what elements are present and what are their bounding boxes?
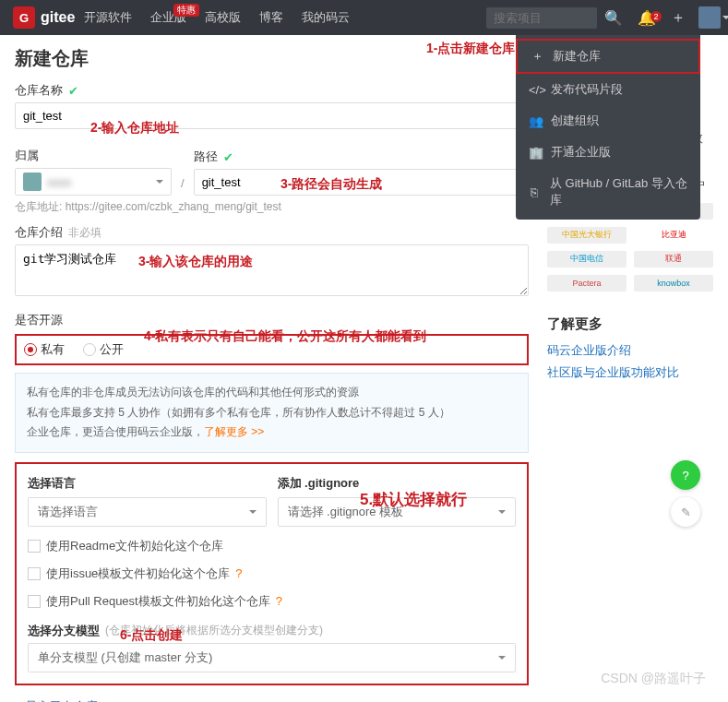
dropdown-snippet-label: 发布代码片段 [551,81,623,98]
repo-addr-value: https://gitee.com/czbk_zhang_meng/git_te… [66,200,281,213]
learn-more-link[interactable]: 了解更多 >> [204,425,264,438]
checkbox-issue[interactable] [28,567,41,580]
logo-telecom: 中国电信 [547,251,627,268]
radio-public[interactable]: 公开 [83,341,124,358]
side-link-intro[interactable]: 码云企业版介绍 [547,342,713,359]
branch-label: 选择分支模型 [28,623,100,639]
radio-off-icon [83,343,96,356]
code-icon: </> [529,83,542,97]
annotation-5: 4-私有表示只有自己能看，公开这所有人都能看到 [144,328,426,345]
chevron-down-icon [498,510,506,518]
plus-icon[interactable]: ＋ [663,8,693,28]
dropdown-enterprise[interactable]: 🏢开通企业版 [516,137,700,168]
checkbox-readme[interactable] [28,540,41,553]
gitee-logo-icon[interactable]: G [13,6,35,29]
chevron-down-icon [156,180,163,187]
side-more-title: 了解更多 [547,315,713,333]
info-line-1: 私有仓库的非仓库成员无法访问该仓库的代码和其他任何形式的资源 [27,383,517,403]
visibility-info: 私有仓库的非仓库成员无法访问该仓库的代码和其他任何形式的资源 私有仓库最多支持 … [15,373,529,453]
radio-private[interactable]: 私有 [24,341,65,358]
cb-readme-label: 使用Readme文件初始化这个仓库 [46,538,223,554]
dropdown-org[interactable]: 👥创建组织 [516,105,700,137]
radio-public-label: 公开 [100,341,124,358]
language-select[interactable]: 请选择语言 [28,497,267,527]
side-link-compare[interactable]: 社区版与企业版功能对比 [547,364,713,381]
cb-pr-label: 使用Pull Request模板文件初始化这个仓库 [46,593,270,610]
help-fab[interactable]: ? [671,460,700,490]
avatar[interactable] [698,6,721,29]
notification-icon[interactable]: 🔔2 [630,9,663,27]
chevron-down-icon [498,656,506,663]
check-icon: ✔ [68,84,78,98]
import-icon: ⎘ [529,185,541,199]
chevron-down-icon [249,510,257,518]
annotation-3: 3-路径会自动生成 [280,176,382,193]
owner-select[interactable]: xxxx [15,168,172,196]
owner-avatar-icon [23,173,42,191]
logo-unicom: 联通 [634,251,713,268]
radio-private-label: 私有 [41,341,65,358]
annotation-1: 1-点击新建仓库 [426,41,515,57]
top-nav: G gitee 开源软件 企业版 特惠 高校版 博客 我的码云 🔍 🔔2 ＋ [0,0,728,35]
watermark: CSDN @路遥叶子 [601,671,706,687]
nav-enterprise[interactable]: 企业版 特惠 [141,9,196,26]
dropdown-org-label: 创建组织 [551,113,599,129]
dropdown-new-repo[interactable]: ＋新建仓库 [516,39,700,74]
desc-optional: 非必填 [68,225,101,241]
building-icon: 🏢 [529,146,542,160]
logo-pactera: Pactera [547,275,627,292]
owner-label: 归属 [15,148,39,164]
import-existing-link[interactable]: ⎘导入已有仓库 [15,698,529,702]
plus-dropdown: ＋新建仓库 </>发布代码片段 👥创建组织 🏢开通企业版 ⎘从 GitHub /… [516,35,700,220]
notif-count: 2 [650,11,662,22]
lang-label: 选择语言 [28,475,267,492]
users-icon: 👥 [529,114,542,128]
check-icon: ✔ [223,150,233,164]
checkbox-pr[interactable] [28,595,41,608]
logo-byd: 比亚迪 [634,227,713,244]
branch-model-select[interactable]: 单分支模型 (只创建 master 分支) [28,643,516,672]
radio-on-icon [24,343,37,356]
info-line-2: 私有仓库最多支持 5 人协作（如拥有多个私有仓库，所有协作人数总计不得超过 5 … [27,403,517,423]
import-text: 导入已有仓库 [26,698,98,702]
logo-knowbox: knowbox [634,275,713,292]
branch-value: 单分支模型 (只创建 master 分支) [38,649,212,666]
nav-opensource[interactable]: 开源软件 [75,9,141,26]
nav-education[interactable]: 高校版 [196,9,250,26]
annotation-6: 5.默认选择就行 [360,489,467,510]
repo-addr-label: 仓库地址: [15,200,62,213]
brand-text: gitee [41,9,75,26]
path-separator: / [177,176,188,196]
cb-issue-label: 使用issue模板文件初始化这个仓库 [46,565,230,582]
plus-square-icon: ＋ [531,48,543,65]
annotation-2: 2-输入仓库地址 [90,120,179,137]
annotation-4: 3-输入该仓库的用途 [138,254,253,270]
nav-mygitee[interactable]: 我的码云 [292,9,359,26]
help-icon[interactable]: ? [235,566,242,580]
feedback-fab[interactable]: ✎ [671,497,700,527]
search-icon[interactable]: 🔍 [597,9,630,27]
language-value: 请选择语言 [38,504,98,520]
dropdown-import-label: 从 GitHub / GitLab 导入仓库 [550,175,687,208]
dropdown-import[interactable]: ⎘从 GitHub / GitLab 导入仓库 [516,168,700,216]
info-line-3: 企业仓库，更适合使用码云企业版， [27,425,204,438]
nav-blog[interactable]: 博客 [250,9,292,26]
dropdown-enterprise-label: 开通企业版 [551,144,611,161]
dropdown-snippet[interactable]: </>发布代码片段 [516,74,700,105]
search-input[interactable] [486,7,597,29]
logo-ceb: 中国光大银行 [547,227,627,244]
open-source-label: 是否开源 [15,312,529,328]
path-label: 路径 [194,149,218,165]
dropdown-new-repo-label: 新建仓库 [553,48,601,65]
help-icon[interactable]: ? [276,594,282,608]
desc-label: 仓库介绍 [15,224,63,241]
desc-textarea[interactable]: git学习测试仓库 [15,244,529,296]
annotation-7: 6-点击创建 [120,627,183,644]
repo-name-label: 仓库名称 [15,82,63,99]
main-form: 新建仓库 仓库名称 ✔ 归属 xxxx / 路径 ✔ 仓库地址: https:/… [15,46,529,702]
